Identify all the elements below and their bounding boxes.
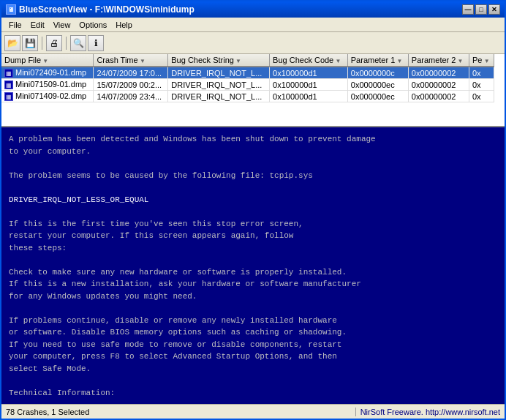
dump-file-icon: ▦ [4,92,13,101]
table-cell: 0x100000d1 [270,67,348,79]
bsod-line: If this is a new installation, ask your … [9,278,497,290]
menu-help[interactable]: Help [111,19,137,31]
dump-file-icon: ▦ [4,69,13,78]
bsod-line: If you need to use safe mode to remove o… [9,339,497,351]
bsod-line: or software. Disable BIOS memory options… [9,326,497,339]
bsod-line: Check to make sure any new hardware or s… [9,266,497,279]
maximize-button[interactable]: □ [475,4,487,15]
minimize-button[interactable]: — [462,4,474,15]
menu-file[interactable]: File [4,19,26,31]
bsod-line: If problems continue, disable or remove … [9,315,497,327]
main-window: 🖥 BlueScreenView - F:\WINDOWS\minidump —… [0,0,506,420]
table-cell: 0x0000000c [347,67,408,79]
col-bug-check-code[interactable]: Bug Check Code [270,54,348,67]
table-cell: ▦Mini071409-02.dmp [1,91,94,102]
crash-list-table: Dump File Crash Time Bug Check String Bu… [1,54,494,102]
table-row[interactable]: ▦Mini072409-01.dmp24/07/2009 17:0...DRIV… [1,67,494,79]
toolbar-separator-1 [42,37,42,50]
col-bug-check-string[interactable]: Bug Check String [168,54,270,67]
table-cell: 15/07/2009 00:2... [94,79,168,91]
menu-bar: File Edit View Options Help [1,18,505,32]
table-cell: 14/07/2009 23:4... [94,91,168,102]
crash-list-table-area: Dump File Crash Time Bug Check String Bu… [1,54,505,127]
col-dump-file[interactable]: Dump File [1,54,94,67]
status-bar: 78 Crashes, 1 Selected NirSoft Freeware.… [1,404,505,419]
col-param2[interactable]: Parameter 2 [408,54,469,67]
dump-file-icon: ▦ [4,80,13,89]
table-cell: 0x [469,79,494,91]
table-cell: 0x00000002 [408,91,469,102]
bsod-detail-area[interactable]: A problem has been detected and Windows … [1,127,505,404]
close-button[interactable]: ✕ [488,4,500,15]
table-cell: ▦Mini071509-01.dmp [1,79,94,91]
table-row[interactable]: ▦Mini071509-01.dmp15/07/2009 00:2...DRIV… [1,79,494,91]
table-cell: 0x00000002 [408,67,469,79]
window-title: BlueScreenView - F:\WINDOWS\minidump [19,4,195,15]
status-nirsoft-link[interactable]: NirSoft Freeware. http://www.nirsoft.net [356,408,505,416]
bsod-line: these steps: [9,242,497,255]
bsod-line: your computer, press F8 to select Advanc… [9,350,497,363]
table-scroll-wrapper[interactable]: Dump File Crash Time Bug Check String Bu… [1,54,505,126]
toolbar: 📂 💾 🖨 🔍 ℹ [1,32,505,54]
bsod-line: restart your computer. If this screen ap… [9,230,497,242]
bsod-line: A problem has been detected and Windows … [9,133,497,146]
bsod-line: select Safe Mode. [9,363,497,375]
toolbar-save-button[interactable]: 💾 [22,35,38,51]
table-cell: 0x100000d1 [270,79,348,91]
menu-view[interactable]: View [49,19,75,31]
bsod-line: If this is the first time you've seen th… [9,218,497,230]
toolbar-search-button[interactable]: 🔍 [70,35,86,51]
table-cell: DRIVER_IRQL_NOT_L... [168,91,270,102]
table-cell: 0x000000ec [347,91,408,102]
toolbar-print-button[interactable]: 🖨 [46,35,62,51]
table-cell: 0x [469,67,494,79]
menu-edit[interactable]: Edit [26,19,49,31]
table-header-row: Dump File Crash Time Bug Check String Bu… [1,54,494,67]
table-cell: DRIVER_IRQL_NOT_L... [168,67,270,79]
table-cell: DRIVER_IRQL_NOT_L... [168,79,270,91]
title-bar: 🖥 BlueScreenView - F:\WINDOWS\minidump —… [1,1,505,18]
bsod-line: to your computer. [9,146,497,158]
col-crash-time[interactable]: Crash Time [94,54,168,67]
status-crash-count: 78 Crashes, 1 Selected [1,408,356,416]
bsod-line: The problem seems to be caused by the fo… [9,170,497,182]
bsod-line: for any Windows updates you might need. [9,290,497,303]
col-param3[interactable]: Pe [469,54,494,67]
table-cell: ▦Mini072409-01.dmp [1,67,94,79]
table-cell: 0x000000ec [347,79,408,91]
app-icon: 🖥 [6,4,16,15]
menu-options[interactable]: Options [75,19,111,31]
table-cell: 0x00000002 [408,79,469,91]
toolbar-open-button[interactable]: 📂 [4,35,20,51]
toolbar-info-button[interactable]: ℹ [88,35,104,51]
title-buttons: — □ ✕ [462,4,500,15]
table-cell: 24/07/2009 17:0... [94,67,168,79]
title-bar-left: 🖥 BlueScreenView - F:\WINDOWS\minidump [6,4,195,15]
bsod-line: DRIVER_IRQL_NOT_LESS_OR_EQUAL [9,194,497,206]
toolbar-separator-2 [66,37,67,50]
table-cell: 0x [469,91,494,102]
table-row[interactable]: ▦Mini071409-02.dmp14/07/2009 23:4...DRIV… [1,91,494,102]
bsod-line: Technical Information: [9,387,497,400]
col-param1[interactable]: Parameter 1 [347,54,408,67]
table-cell: 0x100000d1 [270,91,348,102]
